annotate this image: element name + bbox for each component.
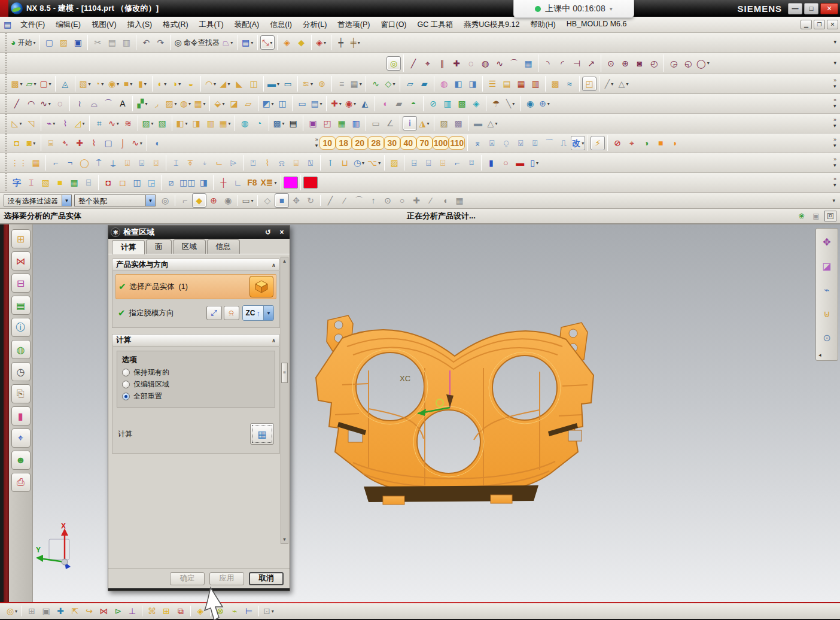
hook-icon[interactable]: ⌑ xyxy=(464,156,479,170)
grid-dense-icon[interactable]: ▦ xyxy=(29,156,43,170)
thickness-check-icon[interactable]: ▦▾ xyxy=(218,116,232,130)
toolbar-overflow-icon[interactable]: »▾ xyxy=(833,137,838,149)
sheet-array-icon[interactable]: ▤▾ xyxy=(309,96,324,111)
draft-icon[interactable]: ◣ xyxy=(232,77,246,91)
smooth-panel-icon[interactable]: ◓ xyxy=(406,96,421,111)
axis-angle-icon[interactable]: ∠ xyxy=(383,116,397,130)
point-set-icon[interactable]: ⌖ xyxy=(421,56,435,71)
parallel-line-icon[interactable]: ∥ xyxy=(435,56,449,71)
orange-surface-icon[interactable]: ◗ xyxy=(668,136,682,150)
menu-t[interactable]: 工具(T) xyxy=(194,17,229,32)
copy-icon[interactable]: ▤ xyxy=(105,35,119,50)
line-icon[interactable]: ╱ xyxy=(406,56,421,71)
vector-dialog-button[interactable]: ⤢ xyxy=(206,306,222,320)
measure-distance-icon[interactable]: ◺▾ xyxy=(10,116,24,130)
dash-line-icon[interactable]: ╱▾ xyxy=(602,77,616,91)
wrench-icon[interactable]: ⌐ xyxy=(178,193,192,208)
bold-grid-icon[interactable]: ▦ xyxy=(514,77,528,91)
menu-ug912[interactable]: 燕秀UG模具9.12 xyxy=(458,17,525,32)
roles-icon[interactable]: ☻ xyxy=(11,451,31,470)
color-grid-icon[interactable]: ▦ xyxy=(67,175,81,190)
moldbase-top-icon[interactable]: ⍓ xyxy=(485,136,499,150)
surface-patch-icon[interactable]: ◪ xyxy=(227,96,241,111)
menu-i[interactable]: 信息(I) xyxy=(264,17,297,32)
select-product-body-row[interactable]: ✔ 选择产品实体 (1) xyxy=(115,274,276,299)
nx-flag-icon[interactable]: ❀ xyxy=(796,211,808,221)
mirror-assembly-icon[interactable]: ⋈ xyxy=(96,604,111,618)
reuse-library-icon[interactable]: ▤ xyxy=(11,296,31,315)
ribs-check-icon[interactable]: ▥ xyxy=(203,116,218,130)
palette-icon[interactable]: ◑ xyxy=(639,136,653,150)
wear-plate-icon[interactable]: ⍂ xyxy=(303,156,318,170)
hatch-plate-icon[interactable]: ▨ xyxy=(437,116,451,130)
curve-analysis-icon[interactable]: ∿▾ xyxy=(106,116,121,130)
assembly-sequence-icon[interactable]: ⊳ xyxy=(111,604,125,618)
pocket-icon[interactable]: ⌻ xyxy=(135,156,149,170)
hole-icon[interactable]: ◉▾ xyxy=(106,77,121,91)
through-curves-icon[interactable]: ◍▾ xyxy=(178,96,193,111)
revolve-icon[interactable]: ◔▾ xyxy=(92,77,106,91)
angle-mark-icon[interactable]: △▾ xyxy=(616,77,631,91)
arc-center-icon[interactable]: ◜ xyxy=(555,56,570,71)
offset-curve-icon[interactable]: ≀ xyxy=(72,96,87,111)
scrollbar-thumb[interactable]: ≡ xyxy=(281,363,288,383)
toolbar-overflow-icon[interactable]: »▾ xyxy=(833,177,838,189)
radio-保持现有的[interactable]: 保持现有的 xyxy=(122,367,270,378)
gate-i-icon[interactable]: ⌶ xyxy=(169,156,183,170)
wave-red-icon[interactable]: ∿▾ xyxy=(130,136,144,150)
undo-icon[interactable]: ↶ xyxy=(139,35,153,50)
cross-mark-icon[interactable]: ✚ xyxy=(72,136,87,150)
visual-reports-icon[interactable]: ⌖ xyxy=(11,428,31,448)
open-file-icon[interactable]: ▨ xyxy=(56,35,71,50)
rotate-view-icon[interactable]: ↻ xyxy=(303,193,318,208)
positioner-icon[interactable]: ╪▾ xyxy=(348,35,363,50)
constraint-navigator-icon[interactable]: ⋈ xyxy=(11,251,31,271)
pin-icon[interactable]: ⍗ xyxy=(120,156,135,170)
offset-surface-icon[interactable]: ▱ xyxy=(403,77,417,91)
table-feature-icon[interactable]: ▩ xyxy=(548,77,562,91)
specify-draw-direction-row[interactable]: ✔ 指定脱模方向 ⤢ ⍾ ZC↑ ▼ xyxy=(115,302,276,324)
toolbar-overflow-icon[interactable]: »▾ xyxy=(833,117,838,129)
folder-open-icon[interactable]: ▨ xyxy=(387,156,401,170)
highlight-lines-icon[interactable]: ⌇ xyxy=(58,116,72,130)
marquee-select-icon[interactable]: ▭▾ xyxy=(241,193,255,208)
ellipse-dot-icon[interactable]: ◶ xyxy=(666,56,681,71)
toolbar-overflow-icon[interactable]: »▾ xyxy=(833,157,838,169)
small-cube-icon[interactable]: ◫ xyxy=(130,175,144,190)
synchronous-move-icon[interactable]: ◧ xyxy=(451,77,465,91)
bold-i-icon[interactable]: ▮ xyxy=(484,156,498,170)
spline-handles-icon[interactable]: ∿▾ xyxy=(38,96,53,111)
swap-cylinder-icon[interactable]: ⊍ xyxy=(817,304,836,323)
circle-tangent-icon[interactable]: ◴ xyxy=(647,56,661,71)
edge-blend-icon[interactable]: ◠▾ xyxy=(203,77,218,91)
show-dof-icon[interactable]: ⊨ xyxy=(242,604,256,618)
radio-button-icon[interactable] xyxy=(122,381,130,388)
clip-disabled-icon[interactable]: ▣ xyxy=(810,211,822,221)
toolbar-overflow-caret[interactable]: ▾ xyxy=(832,197,835,203)
redo-icon[interactable]: ↷ xyxy=(153,35,168,50)
snap-point-icon[interactable]: ◆ xyxy=(192,193,206,208)
l-surface-icon[interactable]: ◲ xyxy=(144,175,159,190)
extension-surface-icon[interactable]: ◫ xyxy=(275,96,290,111)
no-entry-icon[interactable]: ⊘ xyxy=(610,136,625,150)
expression-box-icon[interactable]: ◰ xyxy=(582,77,596,91)
nine-grid-icon[interactable]: ▦ xyxy=(334,116,349,130)
sheet-glow-icon[interactable]: ◈ xyxy=(469,96,483,111)
key-document-icon[interactable]: ⌸ xyxy=(44,136,58,150)
eye-view-icon[interactable]: ◉ xyxy=(523,96,537,111)
insert-r-icon[interactable]: ⍾ xyxy=(275,156,289,170)
mold-lock-a-icon[interactable]: ◘ xyxy=(10,136,24,150)
toolbar-overflow-icon[interactable]: »▾ xyxy=(833,98,838,110)
dialog-reset-icon[interactable]: ↺ xyxy=(263,227,273,237)
ok-button[interactable]: 确定 xyxy=(170,572,205,585)
modify-button[interactable]: 改▾ xyxy=(571,136,585,150)
information-note-icon[interactable]: ▤▾ xyxy=(241,35,255,50)
maximize-button[interactable]: □ xyxy=(804,3,818,14)
window-trapezoid-icon[interactable]: ⏢▾ xyxy=(221,35,235,50)
dial-icon[interactable]: ◷▾ xyxy=(352,156,366,170)
profile-chain-icon[interactable]: ◎ xyxy=(386,56,401,71)
red-plate-icon[interactable]: ▬ xyxy=(513,156,527,170)
zigzag-icon[interactable]: ⌇ xyxy=(87,136,101,150)
close-button[interactable]: ✕ xyxy=(820,3,838,14)
fit-window-icon[interactable]: 回 xyxy=(824,211,836,221)
